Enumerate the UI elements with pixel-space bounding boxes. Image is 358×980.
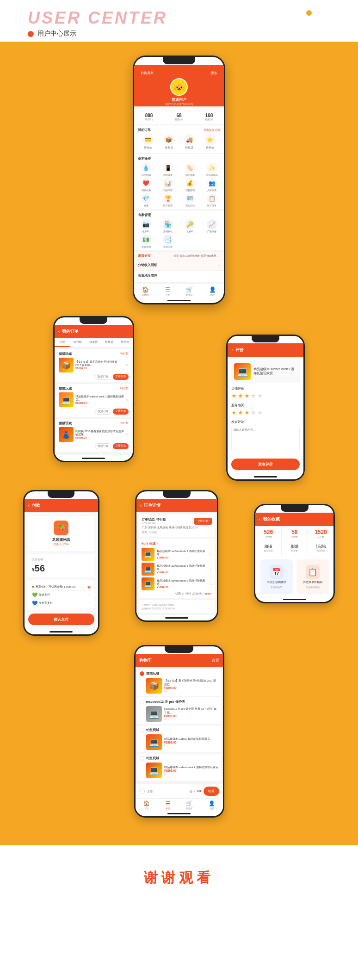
fav-stat-5-num: 888: [284, 544, 305, 549]
service-item[interactable]: 📱 我的设备: [158, 163, 179, 176]
fav-back-icon[interactable]: ‹: [259, 517, 260, 522]
tab-pending-receive[interactable]: 待收货: [101, 338, 117, 347]
merchant-item[interactable]: 📑 贷款记录: [158, 235, 179, 248]
tab-all[interactable]: 全部: [55, 338, 70, 347]
nav-home[interactable]: 🏠店内行: [142, 286, 149, 296]
fav-card-2-label: 历史账单申精购: [303, 581, 322, 584]
payment-back-icon[interactable]: ‹: [28, 503, 30, 508]
phone-notch: [163, 57, 195, 64]
cancel-order-btn-2[interactable]: 取消订单: [95, 409, 111, 415]
fav-card-2[interactable]: 📋 历史账单申精购 历史账单精购: [296, 559, 329, 594]
service-item[interactable]: 🪪 实名认证: [180, 193, 200, 207]
header-subtitle: 用户中心展示: [28, 30, 339, 38]
order-number: 1374566546: [142, 522, 166, 525]
service-item[interactable]: ❤️ 我的收藏: [136, 178, 156, 192]
shop-address: 广东·深圳市 龙凤旗袍 第城代销售现货 款式 32: [142, 526, 212, 530]
header-title: USER CENTER: [28, 8, 339, 28]
order-list-title: 我的订单: [62, 329, 79, 335]
service-item[interactable]: 💧 洗水明细: [136, 163, 156, 176]
order-section-title: 我的订单: [138, 128, 151, 132]
username: 普通用户: [172, 97, 186, 102]
fav-stat-2-label: 店内数: [284, 535, 305, 538]
fav-stat-1-num: 526: [258, 529, 278, 535]
fav-title: 我的收藏: [263, 516, 280, 522]
merchant-item[interactable]: 🔑 兑换码: [180, 219, 200, 233]
phone-order-list: ‹ 我的订单 全部 待付款 待发货 待收货 待评价 猫猫玩城 待付款: [53, 316, 134, 462]
fav-stat-6-label: 已购商品: [311, 549, 331, 552]
cart-nav-profile[interactable]: 👤我的: [209, 800, 215, 810]
cart-title: 购物车: [139, 657, 152, 664]
select-all-label: 全选: [147, 789, 153, 794]
fav-stat-3-label: 总买数: [311, 535, 331, 538]
red-dot: [28, 31, 34, 37]
review-textarea[interactable]: [231, 426, 300, 451]
cancel-order-btn-3[interactable]: 取消订单: [95, 443, 111, 449]
merchant-item[interactable]: 💵 贷款余额: [136, 235, 156, 248]
review-back-icon[interactable]: ‹: [231, 347, 233, 353]
tab-pending-ship[interactable]: 待发货: [86, 338, 101, 347]
comment-label: 发表评论:: [231, 420, 300, 424]
confirm-payment-btn[interactable]: 确认支付: [28, 614, 94, 625]
service-item[interactable]: 💎 充值: [136, 193, 156, 207]
phone-payment: ‹ 付款 🎋 龙凤旗袍店 优惠比: 20% 支付金额 ¥56: [23, 490, 99, 636]
pay-now-detail-btn[interactable]: 立即付款: [194, 518, 212, 525]
tab-pending-review[interactable]: 待评价: [117, 338, 133, 347]
merchant-item[interactable]: 🏪 店铺收款: [158, 219, 179, 233]
service-item[interactable]: 📋 线下订单: [202, 193, 222, 207]
shop-discount: 优惠比: 20%: [53, 542, 68, 546]
checkout-btn[interactable]: 结算: [204, 787, 219, 796]
order-icon-unpaid[interactable]: 💳 待付款: [142, 134, 154, 149]
fav-card-1[interactable]: 📅 中国互动购物节 互动购物节: [260, 559, 293, 594]
order-card-3: 猫猫玩城 待付款 👗 同同换 2018 春看最新款的炫彩情侣连体哈尼味... ¥…: [56, 419, 131, 452]
phone-order-detail: ‹ 订单详情 订单状态: 待付款 1374566546 立即付款 广东·: [135, 490, 218, 622]
merchant-item[interactable]: 📷 收款码: [136, 219, 156, 233]
service-item[interactable]: 🏆 线下竞赛: [158, 193, 179, 207]
pay-now-btn-3[interactable]: 立即付款: [113, 443, 129, 449]
service-item[interactable]: 💰 我要提现: [180, 178, 200, 192]
nav-category[interactable]: ☰分类: [165, 286, 170, 296]
stat-gifts: 108 赠积分: [194, 113, 224, 121]
merchant-item[interactable]: 📈 广告报告: [202, 219, 222, 233]
cart-nav-cart[interactable]: 🛒购物车: [186, 800, 193, 810]
detail-back-icon[interactable]: ‹: [140, 503, 142, 508]
pay-now-btn[interactable]: 立即付款: [113, 374, 129, 380]
settings-icon[interactable]: 设置: [212, 658, 219, 663]
fav-stat-6-num: 1526: [311, 544, 331, 549]
cart-select-all-checkbox[interactable]: [139, 788, 145, 794]
closing-section: 谢谢观看: [0, 845, 358, 906]
cart-nav-category[interactable]: ☰分类: [166, 800, 170, 810]
tab-unpaid[interactable]: 待付款: [70, 338, 86, 347]
order-number-full: 订单编号: 13851212840444855: [142, 603, 212, 607]
nav-cart[interactable]: 🛒购物车: [186, 286, 193, 296]
fav-card-1-sublabel: 互动购物节: [271, 586, 282, 589]
fav-stat-4-label: 购买记录: [258, 549, 278, 552]
nav-profile[interactable]: 👤我的: [209, 286, 216, 296]
more-link[interactable]: 更多: [211, 71, 217, 75]
view-all-orders[interactable]: 查看更多订单: [204, 129, 220, 132]
phone-review: ‹ 评价 💻 精品超级本 surface book 2 酒杯托架玩家店... 店…: [226, 335, 305, 481]
service-item[interactable]: 📊 我的库存: [158, 178, 179, 192]
detail-shop-section: kufe 商城 >: [142, 541, 212, 546]
phone-user-center: 切换卖家 更多 🐱 普通用户 用户ID (13547894147) 888 店内…: [133, 56, 225, 304]
shop-name: 龙凤旗袍店: [52, 537, 70, 542]
fav-stat-3-num: 1528: [311, 529, 331, 535]
pay-now-btn-2[interactable]: 立即付款: [113, 409, 129, 415]
promo-banner[interactable]: 邀请好友 优活 首次100元购物时享受¥50优惠 →: [134, 252, 224, 261]
order-card-1: 猫猫玩城 待付款 📦 【女1 女2】家初和绘对意特别签款 2017 新初款...…: [56, 349, 131, 382]
service-item[interactable]: 👥 人际关系: [202, 178, 222, 192]
orange-dot: [306, 10, 312, 16]
cart-nav-home[interactable]: 🏠首页: [143, 800, 150, 810]
order-icon-pending-ship[interactable]: 📦 待发货: [163, 134, 174, 149]
order-icon-pending-review[interactable]: ⭐ 待评价: [204, 134, 216, 149]
order-icon-pending-receive[interactable]: 🚚 待收货: [184, 134, 195, 149]
review-title: 评价: [235, 347, 244, 353]
shop-rating-label: 店铺评价: [231, 386, 300, 391]
income-banner[interactable]: 分销收入明细 →: [134, 261, 224, 270]
submit-review-btn[interactable]: 发表评价: [231, 459, 300, 470]
service-item[interactable]: ✨ 特出雷新品: [202, 163, 222, 176]
back-icon[interactable]: ‹: [58, 329, 60, 334]
fav-stat-1-label: 店内数: [258, 535, 278, 538]
switch-account[interactable]: 切换卖家: [141, 71, 154, 75]
service-item[interactable]: 🏷️ 我的优惠: [180, 163, 200, 176]
cancel-order-btn[interactable]: 取消订单: [95, 374, 111, 380]
